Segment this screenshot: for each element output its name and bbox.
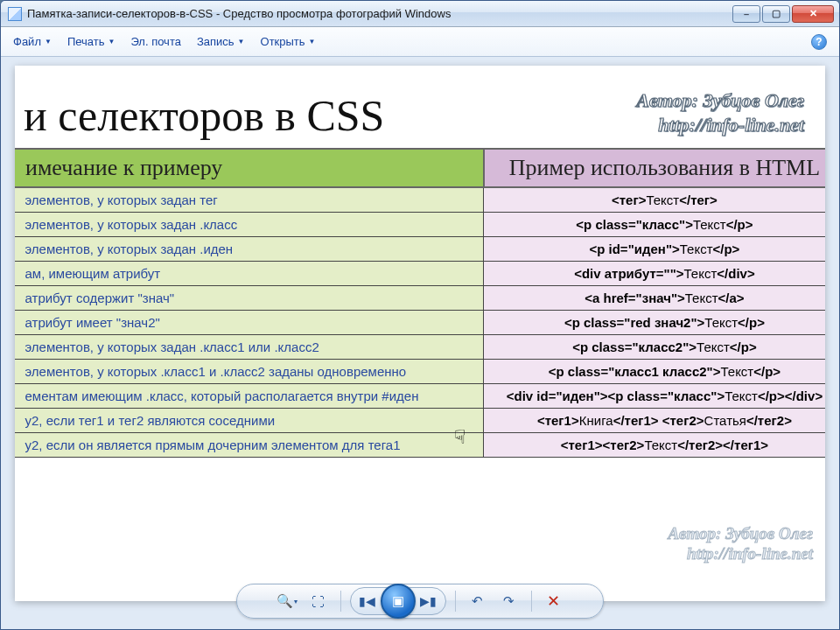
col-header-note: имечание к примеру	[15, 149, 484, 187]
table-row: атрибут имеет "знач2"<p class="red знач2…	[15, 311, 825, 335]
zoom-button[interactable]: 🔍▾	[274, 589, 300, 613]
menu-burn[interactable]: Запись▼	[197, 35, 245, 48]
author-url: http://info-line.net	[636, 113, 804, 137]
example-cell: <p class="класс1 класс2">Текст</p>	[484, 360, 825, 384]
menubar: Файл▼ Печать▼ Эл. почта Запись▼ Открыть▼…	[1, 27, 839, 57]
minimize-button[interactable]: –	[732, 5, 760, 23]
note-cell: элементов, у которых .класс1 и .класс2 з…	[15, 360, 484, 384]
example-cell: <тег>Текст</тег>	[484, 187, 825, 213]
menu-print[interactable]: Печать▼	[67, 35, 116, 48]
rotate-left-button[interactable]: ↶	[465, 589, 491, 613]
table-row: ам, имеющим атрибут<div атрибут="">Текст…	[15, 262, 825, 286]
note-cell: у2, если он является прямым дочерним эле…	[15, 433, 484, 458]
selectors-table: имечание к примеру Пример использования …	[15, 148, 825, 458]
caret-icon: ▼	[238, 38, 245, 46]
note-cell: элементов, у которых задан тег	[15, 187, 484, 213]
table-row: элементов, у которых задан .класс1 или .…	[15, 335, 825, 360]
separator	[455, 591, 456, 612]
window-title: Памятка-записи-селекторов-в-CSS - Средст…	[27, 7, 731, 20]
table-row: атрибут содержит "знач"<a href="знач">Те…	[15, 286, 825, 311]
table-row: элементов, у которых задан .класс<p clas…	[15, 213, 825, 237]
example-cell: <p class="red знач2">Текст</p>	[484, 311, 825, 335]
fit-screen-icon: ⛶	[312, 594, 325, 609]
author-credit: Автор: Зубцов Олег http://info-line.net	[636, 88, 804, 136]
example-cell: <div id="иден"><p class="класс">Текст</p…	[484, 384, 825, 409]
example-cell: <div атрибут="">Текст</div>	[484, 262, 825, 286]
delete-button[interactable]: ✕	[541, 589, 567, 613]
note-cell: атрибут имеет "знач2"	[15, 311, 484, 335]
nav-cluster: ▮◀ ▣ ▶▮	[350, 587, 446, 615]
slideshow-icon: ▣	[392, 593, 404, 609]
author-name: Автор: Зубцов Олег	[636, 88, 804, 113]
titlebar[interactable]: Памятка-записи-селекторов-в-CSS - Средст…	[1, 1, 839, 27]
maximize-button[interactable]: ▢	[762, 5, 790, 23]
content-area: и селекторов в CSS имечание к примеру Пр…	[1, 57, 839, 629]
example-cell: <тег1><тег2>Текст</тег2></тег1>	[484, 433, 825, 458]
watermark: Автор: Зубцов Олег http://info-line.net	[668, 523, 813, 565]
previous-button[interactable]: ▮◀	[353, 589, 382, 613]
separator	[531, 591, 532, 612]
app-icon	[8, 7, 22, 21]
table-row: элементов, у которых .класс1 и .класс2 з…	[15, 360, 825, 384]
prev-icon: ▮◀	[359, 594, 375, 608]
separator	[340, 591, 341, 612]
table-row: ементам имеющим .класс, который располаг…	[15, 384, 825, 409]
next-button[interactable]: ▶▮	[414, 589, 444, 613]
table-row: у2, если тег1 и тег2 являются соседними<…	[15, 409, 825, 433]
close-button[interactable]: ✕	[792, 5, 834, 23]
next-icon: ▶▮	[420, 594, 437, 608]
menu-open[interactable]: Открыть▼	[261, 35, 316, 48]
table-row: элементов, у которых задан .иден<p id="и…	[15, 237, 825, 262]
caret-icon: ▼	[108, 38, 115, 46]
example-cell: <a href="знач">Текст</a>	[484, 286, 825, 311]
note-cell: у2, если тег1 и тег2 являются соседними	[15, 409, 484, 433]
note-cell: элементов, у которых задан .иден	[15, 237, 484, 262]
rotate-right-button[interactable]: ↷	[496, 589, 522, 613]
example-cell: <p class="класс2">Текст</p>	[484, 335, 825, 360]
note-cell: элементов, у которых задан .класс	[15, 213, 484, 237]
example-cell: <p class="класс">Текст</p>	[484, 213, 825, 237]
image-viewport[interactable]: и селекторов в CSS имечание к примеру Пр…	[15, 66, 825, 601]
rotate-right-icon: ↷	[503, 593, 514, 609]
table-row: у2, если он является прямым дочерним эле…	[15, 433, 825, 458]
menu-email[interactable]: Эл. почта	[130, 35, 181, 48]
table-row: элементов, у которых задан тег<тег>Текст…	[15, 187, 825, 213]
magnifier-icon: 🔍	[276, 593, 293, 609]
delete-icon: ✕	[547, 592, 560, 611]
menu-file[interactable]: Файл▼	[13, 35, 52, 48]
example-cell: <p id="иден">Текст</p>	[484, 237, 825, 262]
viewer-toolbar: 🔍▾ ⛶ ▮◀ ▣ ▶▮ ↶ ↷ ✕	[236, 584, 604, 619]
example-cell: <тег1>Книга</тег1> <тег2>Статья</тег2>	[484, 409, 825, 433]
note-cell: атрибут содержит "знач"	[15, 286, 484, 311]
caret-icon: ▾	[294, 598, 298, 606]
note-cell: ам, имеющим атрибут	[15, 262, 484, 286]
col-header-example: Пример использования в HTML	[484, 149, 825, 187]
photo-viewer-window: Памятка-записи-селекторов-в-CSS - Средст…	[0, 0, 840, 630]
window-controls: – ▢ ✕	[731, 5, 834, 23]
note-cell: элементов, у которых задан .класс1 или .…	[15, 335, 484, 360]
rotate-left-icon: ↶	[472, 593, 483, 609]
note-cell: ементам имеющим .класс, который располаг…	[15, 384, 484, 409]
fit-button[interactable]: ⛶	[305, 589, 332, 613]
caret-icon: ▼	[309, 38, 316, 46]
caret-icon: ▼	[45, 38, 52, 46]
help-icon[interactable]: ?	[811, 34, 827, 50]
slideshow-button[interactable]: ▣	[381, 584, 416, 619]
